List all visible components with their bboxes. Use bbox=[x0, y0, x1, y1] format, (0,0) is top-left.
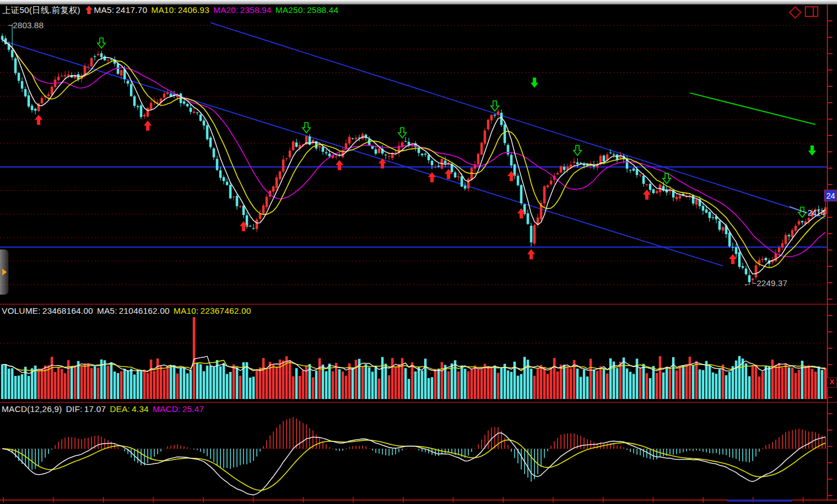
dea-label: DEA: bbox=[110, 404, 130, 414]
dif-label: DIF: bbox=[66, 404, 82, 414]
ma5-label: MA5: bbox=[94, 5, 114, 15]
volume-ma10-value: 22367462.00 bbox=[200, 306, 251, 315]
main-chart-header: 上证50(日线.前复权)MA5:2417.70MA10:2406.93MA20:… bbox=[2, 5, 342, 16]
dea-value: 4.34 bbox=[132, 404, 149, 414]
volume-ma5-value: 21046162.00 bbox=[119, 306, 170, 315]
ma250-value: 2588.44 bbox=[307, 5, 339, 15]
low-price-label: ←~2249.37 bbox=[743, 278, 787, 288]
macd-value: 25.47 bbox=[182, 404, 204, 414]
macd-header: MACD(12,26,9)DIF:17.07DEA:4.34MACD:25.47 bbox=[2, 404, 208, 414]
expand-arrow-icon bbox=[2, 269, 7, 275]
last-price-badge: 24 bbox=[824, 190, 837, 201]
ma10-value: 2406.93 bbox=[178, 5, 210, 15]
chart-canvas[interactable] bbox=[0, 0, 837, 504]
close-indicator-button[interactable]: X bbox=[827, 378, 837, 388]
split-window-icon[interactable] bbox=[805, 6, 818, 17]
volume-header: VOLUME:23468164.00MA5:21046162.00MA10:22… bbox=[2, 306, 255, 315]
ma20-label: MA20: bbox=[213, 5, 238, 15]
sidebar-expand-handle[interactable] bbox=[0, 249, 8, 295]
ma10-label: MA10: bbox=[151, 5, 176, 15]
ma250-label: MA250: bbox=[276, 5, 306, 15]
ma5-value: 2417.70 bbox=[116, 5, 147, 15]
app-window: 上证50(日线.前复权)MA5:2417.70MA10:2406.93MA20:… bbox=[0, 0, 837, 504]
price-callout: 2414 bbox=[808, 208, 825, 217]
buy-signal-icon bbox=[85, 6, 93, 14]
volume-ma5-label: MA5: bbox=[97, 306, 117, 315]
chart-title: 上证50(日线.前复权) bbox=[2, 5, 80, 15]
ma20-value: 2358.94 bbox=[240, 5, 272, 15]
volume-label: VOLUME: bbox=[2, 306, 41, 315]
macd-value-label: MACD: bbox=[152, 404, 180, 414]
dif-value: 17.07 bbox=[84, 404, 106, 414]
volume-ma10-label: MA10: bbox=[173, 306, 198, 315]
volume-value: 23468164.00 bbox=[42, 306, 93, 315]
high-price-label: ~2803.88 bbox=[8, 20, 43, 30]
macd-title: MACD(12,26,9) bbox=[2, 404, 62, 414]
